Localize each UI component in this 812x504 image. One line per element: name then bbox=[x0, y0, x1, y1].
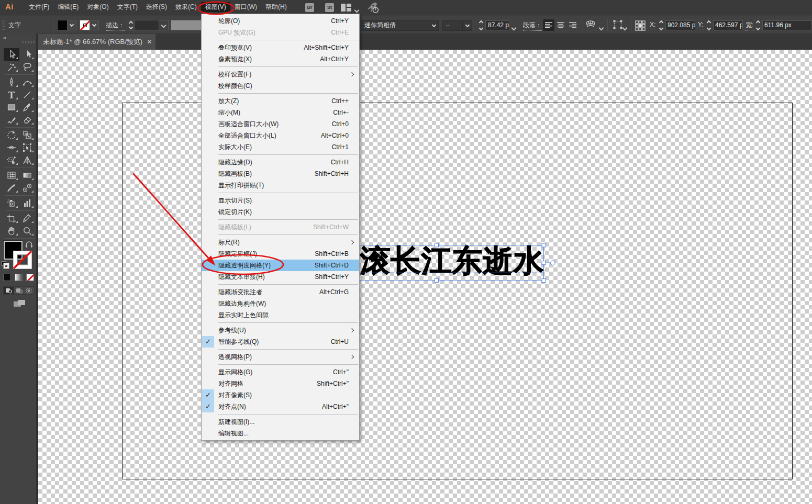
menu-item-snap-to-point[interactable]: ✓对齐点(N)Alt+Ctrl+" bbox=[202, 401, 359, 412]
menubar-item-select[interactable]: 选择(S) bbox=[142, 2, 171, 12]
menubar-item-object[interactable]: 对象(O) bbox=[83, 2, 113, 12]
font-size-stepper[interactable] bbox=[478, 21, 484, 30]
artboard-tool-icon[interactable] bbox=[4, 212, 19, 225]
menu-item-show-print-tiling[interactable]: 显示打印拼贴(T) bbox=[202, 180, 359, 191]
menu-item-gpu-preview[interactable]: GPU 预览(G)Ctrl+E bbox=[202, 27, 359, 38]
slice-tool-icon[interactable] bbox=[19, 212, 35, 225]
close-tab-icon[interactable]: × bbox=[147, 34, 151, 50]
width-value-label[interactable]: 宽: bbox=[746, 21, 753, 31]
menu-item-hide-template[interactable]: 隐藏模板(L)Shift+Ctrl+W bbox=[202, 221, 359, 233]
stroke-weight-stepper[interactable] bbox=[127, 20, 135, 30]
envelope-dropdown-icon[interactable] bbox=[599, 23, 603, 32]
align-right-button[interactable] bbox=[567, 19, 579, 31]
menu-item-fit-artboard[interactable]: 画板适合窗口大小(W)Ctrl+0 bbox=[202, 118, 359, 130]
menu-item-pixel-preview[interactable]: 像素预览(X)Alt+Ctrl+Y bbox=[202, 53, 359, 65]
hand-tool-icon[interactable] bbox=[4, 225, 19, 237]
width-field[interactable]: 611.96 px bbox=[762, 20, 812, 30]
make-envelope-icon[interactable] bbox=[585, 19, 596, 33]
width-profile-dropdown[interactable] bbox=[171, 20, 205, 30]
document-tab[interactable]: 未标题-1* @ 66.67% (RGB/预览) × bbox=[38, 34, 155, 50]
menubar-item-file[interactable]: 文件(F) bbox=[25, 2, 53, 12]
shape-builder-tool-icon[interactable] bbox=[4, 154, 19, 166]
y-position-stepper[interactable] bbox=[706, 21, 711, 30]
fill-color-dropdown-icon[interactable] bbox=[67, 20, 76, 30]
curvature-tool-icon[interactable] bbox=[19, 76, 35, 88]
menu-item-hide-text-threads[interactable]: 隐藏文本串接(H)Shift+Ctrl+Y bbox=[202, 271, 359, 283]
width-stepper[interactable] bbox=[755, 21, 761, 30]
stroke-weight-field[interactable] bbox=[135, 20, 159, 30]
font-style-combobox[interactable]: – bbox=[442, 20, 472, 31]
control-bar-grip[interactable] bbox=[2, 20, 5, 30]
tools-panel-grip[interactable] bbox=[22, 41, 36, 43]
magic-wand-tool-icon[interactable] bbox=[4, 61, 19, 73]
menu-item-zoom-in[interactable]: 放大(Z)Ctrl++ bbox=[202, 95, 359, 107]
width-tool-icon[interactable] bbox=[4, 141, 19, 154]
line-segment-tool-icon[interactable] bbox=[19, 88, 35, 101]
gpu-performance-rocket-icon[interactable] bbox=[366, 2, 380, 16]
swap-fill-stroke-icon[interactable] bbox=[25, 241, 33, 251]
menu-item-fit-all[interactable]: 全部适合窗口大小(L)Alt+Ctrl+0 bbox=[202, 130, 359, 141]
menubar-item-effect[interactable]: 效果(C) bbox=[171, 2, 201, 12]
menu-item-perspective-grid[interactable]: 透视网格(P) bbox=[202, 351, 359, 363]
lasso-tool-icon[interactable] bbox=[19, 61, 35, 73]
menu-item-actual-size[interactable]: 实际大小(E)Ctrl+1 bbox=[202, 141, 359, 153]
stroke-weight-dropdown-icon[interactable] bbox=[159, 20, 168, 30]
paragraph-label[interactable]: 段落： bbox=[523, 21, 542, 31]
menu-item-lock-slices[interactable]: 锁定切片(K) bbox=[202, 206, 359, 218]
perspective-grid-tool-icon[interactable] bbox=[19, 154, 35, 166]
none-button[interactable] bbox=[26, 274, 34, 281]
menubar-item-type[interactable]: 文字(T) bbox=[113, 2, 142, 12]
menu-item-hide-bounding-box[interactable]: 隐藏定界框(J)Shift+Ctrl+B bbox=[202, 248, 359, 260]
menu-item-proof-setup[interactable]: 校样设置(F) bbox=[202, 69, 359, 80]
app-logo[interactable]: Ai bbox=[5, 2, 14, 11]
type-tool-icon[interactable] bbox=[4, 88, 19, 101]
menu-item-proof-colors[interactable]: 校样颜色(C) bbox=[202, 80, 359, 92]
menu-item-guides[interactable]: 参考线(U) bbox=[202, 324, 359, 336]
menu-item-new-view[interactable]: 新建视图(I)... bbox=[202, 416, 359, 428]
collapse-panel-icon[interactable]: « bbox=[3, 35, 6, 41]
stroke-weight-control[interactable] bbox=[127, 20, 169, 30]
canvas-area[interactable]: 滚滚长江东逝水 bbox=[38, 50, 812, 504]
menu-item-outline[interactable]: 轮廓(O)Ctrl+Y bbox=[202, 15, 359, 27]
shaper-tool-icon[interactable] bbox=[4, 114, 19, 126]
free-transform-tool-icon[interactable] bbox=[19, 141, 35, 154]
menu-item-rulers[interactable]: 标尺(R) bbox=[202, 237, 359, 248]
draw-behind-button[interactable] bbox=[14, 287, 25, 294]
rectangle-tool-icon[interactable] bbox=[4, 101, 19, 114]
fill-color-control[interactable] bbox=[57, 20, 76, 30]
zoom-tool-icon[interactable] bbox=[19, 225, 35, 237]
artboard-text[interactable]: 滚滚长江东逝水 bbox=[329, 244, 545, 278]
reference-point-locator[interactable] bbox=[635, 20, 646, 33]
font-size-dropdown-icon[interactable] bbox=[512, 23, 516, 32]
menu-item-show-live-paint-gaps[interactable]: 显示实时上色间隙 bbox=[202, 309, 359, 321]
workspace-switcher-icon[interactable] bbox=[341, 4, 351, 12]
menu-item-hide-artboards[interactable]: 隐藏画板(B)Shift+Ctrl+H bbox=[202, 168, 359, 180]
font-family-dropdown-icon[interactable] bbox=[429, 20, 438, 30]
stroke-color-swatch[interactable] bbox=[80, 20, 90, 30]
x-position-field[interactable]: 902.085 px bbox=[665, 20, 695, 30]
menubar-item-window[interactable]: 窗口(W) bbox=[230, 2, 261, 12]
bridge-button[interactable]: Br bbox=[305, 3, 314, 12]
stock-button[interactable]: St bbox=[325, 3, 334, 12]
stroke-weight-label[interactable]: 描边： bbox=[106, 21, 125, 31]
free-transform-dropdown-icon[interactable] bbox=[623, 23, 627, 32]
menubar-item-help[interactable]: 帮助(H) bbox=[261, 2, 291, 12]
menubar-item-edit[interactable]: 编辑(E) bbox=[53, 2, 83, 12]
stroke-color-control[interactable] bbox=[80, 20, 99, 30]
chevron-down-icon[interactable] bbox=[355, 5, 359, 14]
menu-item-snap-to-pixel[interactable]: ✓对齐像素(S) bbox=[202, 389, 359, 401]
align-left-button[interactable] bbox=[543, 19, 554, 31]
free-transform-icon[interactable] bbox=[613, 19, 623, 32]
y-position-label[interactable]: Y: bbox=[698, 21, 704, 29]
menu-item-edit-views[interactable]: 编辑视图... bbox=[202, 428, 359, 439]
draw-inside-button[interactable] bbox=[24, 287, 34, 294]
menu-item-snap-to-grid[interactable]: 对齐网格Shift+Ctrl+" bbox=[202, 378, 359, 389]
menu-item-show-slices[interactable]: 显示切片(S) bbox=[202, 195, 359, 206]
direct-selection-tool-icon[interactable] bbox=[19, 48, 35, 61]
fill-color-swatch[interactable] bbox=[58, 20, 67, 30]
stroke-color-dropdown-icon[interactable] bbox=[90, 20, 98, 30]
selection-tool-icon[interactable] bbox=[4, 48, 19, 61]
color-button[interactable] bbox=[3, 274, 11, 281]
menu-item-zoom-out[interactable]: 缩小(M)Ctrl+- bbox=[202, 107, 359, 118]
menu-item-hide-edges[interactable]: 隐藏边缘(D)Ctrl+H bbox=[202, 156, 359, 168]
